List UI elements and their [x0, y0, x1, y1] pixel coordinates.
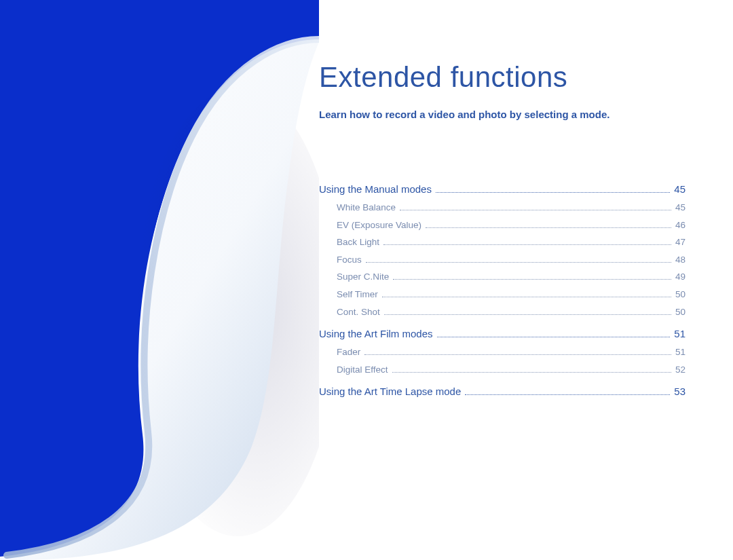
toc-label: Self Timer: [337, 287, 378, 302]
toc-subitem[interactable]: Focus48: [319, 253, 685, 267]
toc-page-number: 48: [675, 253, 685, 267]
toc-leader-dots: [382, 297, 671, 297]
toc-leader-dots: [393, 279, 671, 280]
toc-label: Cont. Shot: [337, 305, 380, 320]
toc-leader-dots: [437, 337, 671, 337]
toc-leader-dots: [383, 244, 671, 245]
toc-page-number: 53: [674, 384, 685, 400]
toc-page-number: 46: [675, 218, 685, 233]
toc-label: Fader: [337, 345, 360, 360]
table-of-contents: Using the Manual modes45White Balance45E…: [319, 181, 685, 400]
toc-section[interactable]: Using the Art Film modes51: [319, 326, 685, 342]
toc-subitem[interactable]: White Balance45: [319, 200, 685, 215]
toc-label: Back Light: [337, 235, 379, 250]
page-curl-graphic: [0, 0, 319, 560]
toc-leader-dots: [465, 394, 670, 395]
toc-label: EV (Exposure Value): [337, 218, 421, 233]
toc-leader-dots: [392, 372, 671, 373]
toc-label: Using the Manual modes: [319, 181, 432, 198]
toc-page-number: 47: [675, 235, 685, 250]
toc-subitem[interactable]: Back Light47: [319, 235, 685, 250]
toc-label: Focus: [337, 253, 362, 267]
toc-label: Using the Art Time Lapse mode: [319, 384, 461, 400]
toc-leader-dots: [426, 227, 671, 228]
toc-subitem[interactable]: Cont. Shot50: [319, 305, 685, 320]
toc-subitem[interactable]: Fader51: [319, 345, 685, 360]
toc-subitem[interactable]: EV (Exposure Value)46: [319, 218, 685, 233]
page-content: Extended functions Learn how to record a…: [319, 61, 685, 403]
toc-section[interactable]: Using the Manual modes45: [319, 181, 685, 198]
toc-section[interactable]: Using the Art Time Lapse mode53: [319, 384, 685, 400]
toc-leader-dots: [400, 210, 671, 210]
toc-page-number: 51: [674, 326, 685, 342]
toc-label: White Balance: [337, 200, 396, 215]
toc-subitem[interactable]: Self Timer50: [319, 287, 685, 302]
page-subtitle: Learn how to record a video and photo by…: [319, 109, 685, 120]
toc-label: Digital Effect: [337, 362, 388, 377]
toc-page-number: 49: [675, 269, 685, 284]
toc-leader-dots: [384, 314, 671, 315]
toc-leader-dots: [366, 262, 671, 263]
toc-page-number: 51: [675, 345, 685, 360]
toc-leader-dots: [364, 354, 671, 355]
toc-page-number: 52: [675, 362, 685, 377]
toc-page-number: 50: [675, 305, 685, 320]
page-title: Extended functions: [319, 61, 685, 94]
toc-leader-dots: [436, 192, 670, 193]
toc-subitem[interactable]: Super C.Nite49: [319, 269, 685, 284]
toc-label: Using the Art Film modes: [319, 326, 433, 342]
toc-page-number: 50: [675, 287, 685, 302]
toc-label: Super C.Nite: [337, 269, 389, 284]
toc-subitem[interactable]: Digital Effect52: [319, 362, 685, 377]
toc-page-number: 45: [674, 181, 685, 198]
toc-page-number: 45: [675, 200, 685, 215]
svg-point-0: [136, 88, 319, 536]
